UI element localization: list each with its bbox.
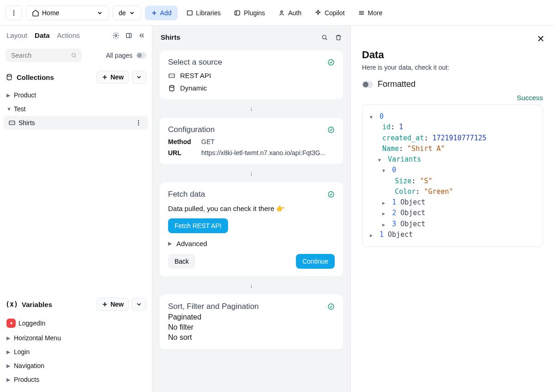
variable-badge-icon: ✦ xyxy=(6,319,16,328)
nav-more[interactable]: More xyxy=(353,6,387,20)
copilot-icon xyxy=(314,9,322,17)
svg-rect-7 xyxy=(126,33,132,37)
menu-button[interactable] xyxy=(6,6,22,20)
new-variable-button[interactable]: New xyxy=(96,298,129,311)
svg-point-18 xyxy=(328,127,334,133)
check-circle-icon xyxy=(327,191,335,198)
method-value: GET xyxy=(201,138,215,145)
back-button[interactable]: Back xyxy=(168,254,195,269)
caret-right-icon[interactable]: ▶ xyxy=(382,210,388,217)
check-circle-icon xyxy=(327,126,335,133)
continue-button[interactable]: Continue xyxy=(296,254,335,269)
svg-point-9 xyxy=(7,74,11,76)
chevron-right-icon: ▶ xyxy=(6,377,11,383)
svg-point-5 xyxy=(281,11,283,12)
nav-libraries[interactable]: Libraries xyxy=(181,6,226,20)
svg-rect-3 xyxy=(187,11,192,15)
database-icon xyxy=(168,84,175,92)
chevron-down-icon xyxy=(96,10,103,16)
svg-point-19 xyxy=(328,192,334,197)
lang-dropdown[interactable]: de xyxy=(113,6,141,20)
plugins-icon xyxy=(234,9,241,17)
item-menu-icon[interactable] xyxy=(135,120,142,126)
advanced-toggle[interactable]: ▶ Advanced xyxy=(168,240,335,247)
status-badge: Success xyxy=(362,94,543,102)
close-icon[interactable]: ✕ xyxy=(537,33,545,44)
variable-menu-button[interactable] xyxy=(132,298,146,311)
chevron-down-icon xyxy=(129,10,135,16)
chevron-right-icon: ▶ xyxy=(6,335,11,341)
card-sort-filter: Sort, Filter and Pagination Paginated No… xyxy=(160,295,343,349)
svg-point-11 xyxy=(138,120,139,121)
var-login[interactable]: ▶ Login xyxy=(0,345,152,359)
var-navigation[interactable]: ▶ Navigation xyxy=(0,359,152,373)
check-circle-icon xyxy=(327,303,335,310)
card-fetch: Fetch data Data pulled, you can check it… xyxy=(160,182,343,276)
collection-test[interactable]: ▼ Test xyxy=(0,102,152,116)
panel-icon[interactable] xyxy=(125,32,132,39)
url-value: https://x8ki-letl-twmt.n7.xano.io/api:Fq… xyxy=(201,149,325,157)
svg-point-17 xyxy=(169,85,174,87)
tab-data[interactable]: Data xyxy=(35,31,50,39)
collection-menu-button[interactable] xyxy=(132,71,146,84)
caret-down-icon[interactable]: ▼ xyxy=(378,157,384,164)
search-icon xyxy=(71,52,77,59)
var-horizontal-menu[interactable]: ▶ Horizontal Menu xyxy=(0,331,152,345)
data-subtitle: Here is your data, check it out: xyxy=(362,64,543,71)
formatted-toggle[interactable] xyxy=(362,81,373,88)
svg-rect-4 xyxy=(235,11,240,15)
svg-point-14 xyxy=(322,35,326,39)
search-icon[interactable] xyxy=(321,34,328,41)
nav-auth[interactable]: Auth xyxy=(273,6,306,20)
collections-label: Collections xyxy=(17,73,54,81)
tab-actions[interactable]: Actions xyxy=(57,31,80,39)
auth-icon xyxy=(278,9,285,17)
api-icon xyxy=(8,119,16,127)
gear-icon[interactable] xyxy=(112,32,120,39)
all-pages-toggle[interactable] xyxy=(136,52,146,59)
chevron-down-icon: ▼ xyxy=(6,106,11,112)
caret-right-icon[interactable]: ▶ xyxy=(382,199,388,207)
nav-plugins[interactable]: Plugins xyxy=(229,6,270,20)
collection-product[interactable]: ▶ Product xyxy=(0,88,152,102)
caret-right-icon[interactable]: ▶ xyxy=(370,232,375,239)
json-viewer: ▼ 0 id: 1 created_at: 1721910777125 Name… xyxy=(362,104,543,247)
chevron-right-icon: ▶ xyxy=(6,349,11,355)
add-button[interactable]: Add xyxy=(145,6,178,20)
svg-point-8 xyxy=(72,54,75,57)
down-arrow-icon: ↓ xyxy=(152,281,350,290)
collapse-icon[interactable] xyxy=(138,32,145,39)
down-arrow-icon: ↓ xyxy=(152,169,350,178)
database-icon xyxy=(6,73,13,81)
svg-point-1 xyxy=(13,12,14,13)
libraries-icon xyxy=(186,9,193,17)
caret-down-icon[interactable]: ▼ xyxy=(382,167,388,175)
fetch-message: Data pulled, you can check it there 👉 xyxy=(168,205,335,213)
panel-title: Shirts xyxy=(161,33,181,41)
all-pages-label: All pages xyxy=(106,52,132,59)
collection-shirts[interactable]: Shirts xyxy=(4,116,148,130)
var-loggedin[interactable]: ✦ LoggedIn xyxy=(0,315,152,331)
new-collection-button[interactable]: New xyxy=(96,71,129,84)
svg-point-2 xyxy=(13,14,14,15)
api-icon xyxy=(168,72,175,79)
nav-copilot[interactable]: Copilot xyxy=(310,6,349,20)
tab-layout[interactable]: Layout xyxy=(6,31,27,39)
caret-right-icon[interactable]: ▶ xyxy=(382,221,388,229)
check-circle-icon xyxy=(327,59,335,66)
trash-icon[interactable] xyxy=(335,34,342,41)
fetch-api-button[interactable]: Fetch REST API xyxy=(168,218,228,233)
home-label: Home xyxy=(42,9,59,17)
caret-down-icon[interactable]: ▼ xyxy=(370,114,375,121)
home-dropdown[interactable]: Home xyxy=(26,6,109,20)
svg-point-0 xyxy=(13,10,14,11)
chevron-right-icon: ▶ xyxy=(168,241,172,247)
variables-label: Variables xyxy=(22,301,52,308)
chevron-right-icon: ▶ xyxy=(6,363,11,369)
svg-point-15 xyxy=(328,60,334,65)
dots-vertical-icon xyxy=(11,10,17,16)
var-products[interactable]: ▶ Products xyxy=(0,373,152,386)
svg-point-6 xyxy=(115,35,117,36)
data-title: Data xyxy=(362,49,543,61)
chevron-right-icon: ▶ xyxy=(6,92,11,98)
